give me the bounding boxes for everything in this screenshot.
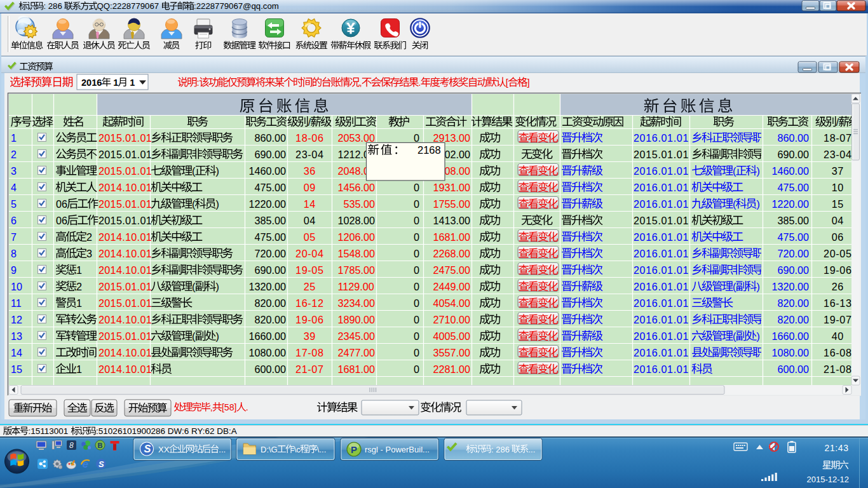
svg-text:2014.10.01: 2014.10.01: [98, 363, 152, 375]
svg-text::2228779067@qq.com: :2228779067@qq.com: [194, 1, 279, 11]
svg-text:2449.00: 2449.00: [433, 281, 470, 292]
svg-text:0: 0: [414, 132, 419, 144]
svg-text:2015.01.01: 2015.01.01: [98, 330, 152, 342]
svg-text:820.00: 820.00: [778, 297, 810, 309]
svg-text:/: /: [836, 117, 839, 128]
svg-text:3: 3: [11, 165, 17, 177]
svg-text:1220.00: 1220.00: [248, 198, 286, 210]
svg-text:2168: 2168: [417, 144, 441, 156]
svg-text:1028.00: 1028.00: [337, 215, 375, 226]
svg-text:18-06: 18-06: [295, 132, 323, 144]
svg-text:B: B: [98, 442, 103, 449]
svg-text:2016.01.01: 2016.01.01: [634, 231, 689, 243]
svg-text:0: 0: [414, 314, 419, 325]
svg-text:): ): [215, 198, 219, 210]
svg-text::15113001: :15113001: [29, 426, 71, 436]
svg-text:1: 1: [76, 297, 82, 309]
svg-text:17-08: 17-08: [295, 347, 323, 358]
svg-text:9: 9: [11, 264, 17, 276]
svg-text:535.00: 535.00: [344, 198, 376, 210]
svg-text:1460.00: 1460.00: [248, 165, 286, 177]
svg-text:rsgl - PowerBuil...: rsgl - PowerBuil...: [365, 445, 430, 454]
svg-text:820.00: 820.00: [778, 314, 810, 325]
svg-text:14: 14: [304, 198, 316, 210]
svg-text:2015-12-12: 2015-12-12: [807, 475, 850, 484]
svg-text:0: 0: [414, 215, 419, 226]
svg-text:.: .: [418, 77, 421, 88]
svg-text:(: (: [733, 165, 736, 177]
svg-text:0: 0: [414, 182, 419, 193]
svg-text:720.00: 720.00: [255, 248, 287, 259]
svg-text:1: 1: [127, 78, 135, 88]
svg-text:2016.01.01: 2016.01.01: [634, 132, 689, 144]
svg-text:,: ,: [359, 77, 362, 88]
svg-text:(: (: [192, 165, 196, 177]
svg-text:2015.01.01: 2015.01.01: [98, 149, 152, 160]
svg-text:2: 2: [76, 281, 82, 292]
svg-text:19-07: 19-07: [824, 314, 851, 325]
svg-text:4005.00: 4005.00: [433, 330, 470, 342]
svg-text:2015.01.01: 2015.01.01: [98, 215, 152, 226]
svg-text:0: 0: [414, 281, 419, 292]
svg-text:0: 0: [414, 264, 419, 276]
svg-text:2: 2: [86, 231, 92, 243]
svg-text:2053.00: 2053.00: [337, 132, 375, 144]
svg-text:2014.10.01: 2014.10.01: [98, 314, 152, 325]
svg-text:1660.00: 1660.00: [248, 330, 286, 342]
svg-text:1890.00: 1890.00: [337, 314, 375, 325]
svg-text:2015.01.01: 2015.01.01: [98, 198, 152, 210]
svg-text::51026101900286 DW:6 RY:62 DB:: :51026101900286 DW:6 RY:62 DB:A: [96, 426, 237, 436]
svg-text:0: 0: [414, 248, 419, 259]
svg-text:2016.01.01: 2016.01.01: [634, 314, 689, 325]
svg-text:3234.00: 3234.00: [337, 297, 375, 309]
svg-text:0: 0: [414, 231, 419, 243]
svg-text:XX: XX: [158, 445, 170, 454]
svg-text:...: ...: [219, 445, 226, 454]
svg-text:2014.10.01: 2014.10.01: [98, 182, 152, 193]
svg-text:06: 06: [832, 231, 844, 243]
svg-text:04: 04: [304, 215, 316, 226]
svg-text:0: 0: [414, 198, 419, 210]
svg-text:2015.01.01: 2015.01.01: [98, 297, 152, 309]
svg-text:19-06: 19-06: [295, 314, 323, 325]
svg-text:5: 5: [11, 198, 17, 210]
svg-text:05: 05: [304, 231, 316, 243]
svg-text:1: 1: [111, 78, 118, 88]
svg-text:36: 36: [304, 165, 316, 177]
svg-text:860.00: 860.00: [255, 132, 287, 144]
svg-text:2014.10.01: 2014.10.01: [98, 347, 152, 358]
svg-text:QQ:2228779067: QQ:2228779067: [97, 1, 161, 11]
svg-text:): ): [215, 281, 219, 292]
svg-text:S: S: [144, 443, 151, 454]
svg-text:(: (: [733, 198, 736, 210]
svg-text:19-05: 19-05: [295, 264, 323, 276]
svg-text:20-04: 20-04: [295, 248, 323, 259]
svg-text:15: 15: [11, 363, 22, 375]
svg-text:1206.00: 1206.00: [337, 231, 375, 243]
svg-text:2016.01.01: 2016.01.01: [634, 264, 689, 276]
svg-text:475.00: 475.00: [255, 182, 287, 193]
svg-text:14: 14: [11, 347, 22, 358]
svg-text:2016.01.01: 2016.01.01: [634, 165, 689, 177]
svg-text:2016.01.01: 2016.01.01: [634, 297, 689, 309]
svg-text:3557.00: 3557.00: [433, 347, 470, 358]
svg-text:1129.00: 1129.00: [337, 281, 374, 292]
svg-text:8: 8: [11, 248, 17, 259]
svg-text:1220.00: 1220.00: [771, 198, 809, 210]
svg-text:40: 40: [832, 330, 844, 342]
svg-text:2015.01.01: 2015.01.01: [98, 132, 152, 144]
svg-text:06: 06: [56, 198, 67, 210]
svg-text:(: (: [192, 198, 196, 210]
svg-text:4: 4: [11, 182, 17, 193]
svg-text:16-13: 16-13: [824, 297, 851, 309]
svg-text::: :: [197, 77, 200, 88]
svg-text:13: 13: [11, 330, 22, 342]
svg-text:1320.00: 1320.00: [248, 281, 286, 292]
svg-text:2475.00: 2475.00: [433, 264, 470, 276]
svg-text:8: 8: [69, 441, 74, 450]
svg-text:1: 1: [76, 264, 82, 276]
svg-text:2016.01.01: 2016.01.01: [634, 248, 689, 259]
svg-text:]: ]: [527, 77, 530, 88]
svg-text:1660.00: 1660.00: [771, 330, 809, 342]
svg-text:06: 06: [56, 215, 67, 226]
